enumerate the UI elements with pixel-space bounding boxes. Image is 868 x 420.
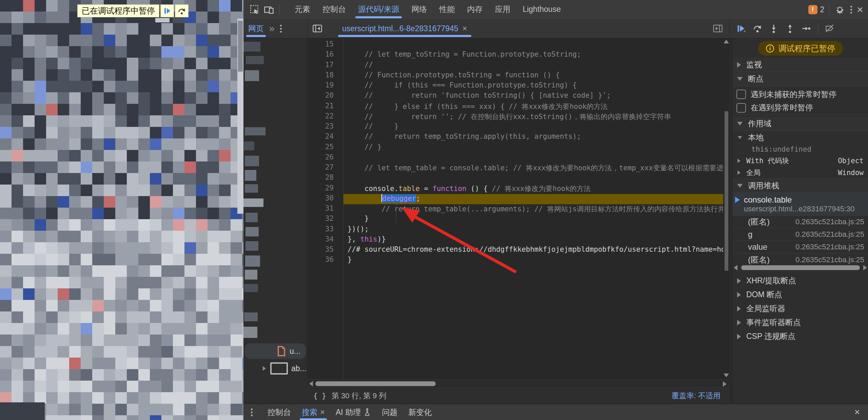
scope-local-row[interactable]: 本地 [732, 131, 868, 144]
drawer-tab-console[interactable]: 控制台 [262, 404, 296, 420]
tab-console[interactable]: 控制台 [316, 0, 352, 19]
line-number[interactable]: 22 [307, 112, 334, 122]
code-line-34[interactable]: }, this)} [343, 235, 723, 245]
line-number[interactable]: 30 [307, 194, 334, 204]
step-button[interactable] [802, 24, 811, 33]
line-number[interactable]: 18 [307, 71, 334, 81]
resume-script-button[interactable] [160, 4, 174, 17]
editor-horizontal-scrollbar[interactable] [307, 379, 729, 388]
tab-application[interactable]: 应用 [489, 0, 516, 19]
line-number[interactable]: 23 [307, 122, 334, 132]
scroll-right-icon[interactable] [863, 265, 867, 270]
tab-elements[interactable]: 元素 [289, 0, 316, 19]
editor-hscroll-thumb[interactable] [315, 381, 436, 386]
resume-script-button[interactable] [736, 24, 746, 33]
code-line-27[interactable]: // let temp_table = console.table; // 将x… [343, 163, 723, 173]
line-number[interactable]: 33 [307, 225, 334, 235]
scroll-right-icon[interactable] [723, 381, 727, 387]
line-number[interactable]: 21 [307, 102, 334, 112]
tab-memory[interactable]: 内存 [461, 0, 489, 19]
file-tree-item-frame[interactable]: ab... [243, 361, 307, 376]
sidebar-horizontal-scrollbar[interactable] [732, 263, 868, 272]
line-number[interactable]: 28 [307, 173, 334, 184]
line-number[interactable]: 25 [307, 143, 334, 153]
line-number[interactable]: 29 [307, 184, 334, 194]
close-icon[interactable]: × [320, 407, 325, 417]
editor-vscroll-thumb[interactable] [725, 111, 728, 271]
line-number[interactable]: 32 [307, 214, 334, 225]
chevron-right-icon[interactable] [263, 366, 266, 371]
step-over-button[interactable] [753, 24, 762, 33]
code-line-20[interactable]: // return 'function toString() { [native… [343, 91, 723, 101]
toggle-debugger-sidebar-button[interactable] [712, 23, 724, 34]
page-scrollbar[interactable] [237, 19, 243, 214]
code-line-36[interactable]: } [343, 255, 723, 266]
section-scope[interactable]: 作用域 [732, 117, 868, 131]
code-line-18[interactable]: // Function.prototype.toString = functio… [343, 71, 723, 81]
code-editor[interactable]: 1516171819202122232425262728293031323334… [307, 38, 729, 379]
code-line-16[interactable]: // let temp_toString = Function.prototyp… [343, 50, 723, 60]
line-number[interactable]: 36 [307, 255, 334, 266]
line-number[interactable]: 19 [307, 81, 334, 91]
settings-button[interactable] [834, 4, 846, 15]
pause-on-caught-checkbox[interactable] [736, 103, 746, 113]
line-number[interactable]: 15 [307, 40, 334, 50]
callstack-frame[interactable]: g 0.2635c521cba.js:25 [732, 228, 868, 241]
step-out-button[interactable] [785, 24, 795, 33]
code-line-35[interactable]: //# sourceURL=chrome-extension://dhdgffk… [343, 245, 723, 255]
code-line-30[interactable]: debugger; [343, 194, 723, 204]
code-line-15[interactable] [343, 40, 723, 50]
section-dom-breakpoints[interactable]: DOM 断点 [732, 288, 868, 302]
step-over-button[interactable] [175, 4, 189, 17]
toggle-navigator-button[interactable] [312, 23, 323, 34]
code-line-32[interactable]: } [343, 214, 723, 225]
drawer-tab-search[interactable]: 搜索 × [296, 404, 330, 420]
callstack-frame-active[interactable]: console.table userscript.html...e2831677… [732, 193, 868, 216]
code-line-21[interactable]: // } else if (this === xxx) { // 将xxx修改为… [343, 102, 723, 112]
line-number[interactable]: 24 [307, 132, 334, 142]
code-line-17[interactable]: // [343, 61, 723, 71]
file-tree-item-userscript[interactable]: u... [245, 343, 306, 359]
line-number[interactable]: 31 [307, 204, 334, 214]
device-toolbar-button[interactable] [263, 4, 275, 15]
close-devtools-button[interactable]: × [857, 4, 863, 15]
more-tabs-chevron-icon[interactable]: » [269, 23, 275, 34]
scroll-down-icon[interactable] [724, 374, 729, 377]
editor-vertical-scrollbar[interactable] [724, 38, 729, 379]
line-number[interactable]: 34 [307, 235, 334, 245]
tab-sources[interactable]: 源代码/来源 [352, 0, 405, 19]
pause-on-uncaught-row[interactable]: 遇到未捕获的异常时暂停 [732, 88, 868, 101]
scope-this-row[interactable]: this: undefined [732, 144, 868, 155]
drawer-tab-changes[interactable]: 新变化 [403, 404, 437, 420]
inspect-element-button[interactable] [249, 4, 260, 15]
sidebar-hscroll-thumb[interactable] [741, 265, 860, 270]
code-line-26[interactable] [343, 153, 723, 163]
more-options-button[interactable] [850, 6, 852, 14]
scroll-left-icon[interactable] [309, 381, 313, 386]
section-csp-violation-breakpoints[interactable]: CSP 违规断点 [732, 329, 868, 343]
line-number[interactable]: 17 [307, 61, 334, 71]
close-drawer-button[interactable]: × [854, 407, 860, 418]
line-number[interactable]: 26 [307, 153, 334, 163]
pause-on-uncaught-checkbox[interactable] [736, 90, 746, 99]
file-tab-userscript[interactable]: userscript.html...6-8e2831677945 × [337, 19, 472, 38]
section-xhr-breakpoints[interactable]: XHR/提取断点 [732, 274, 868, 288]
code-line-28[interactable] [343, 173, 723, 184]
navigator-tab-page[interactable]: 网页 [243, 19, 269, 38]
line-number[interactable]: 35 [307, 245, 334, 255]
navigator-menu-button[interactable] [280, 25, 282, 33]
drawer-tab-issues[interactable]: 问题 [376, 404, 403, 420]
close-icon[interactable]: × [462, 24, 467, 33]
tab-performance[interactable]: 性能 [433, 0, 461, 19]
callstack-frame[interactable]: value 0.2635c521cba.js:25 [732, 241, 868, 253]
deactivate-breakpoints-button[interactable] [825, 24, 834, 33]
tab-lighthouse[interactable]: Lighthouse [516, 0, 567, 19]
code-line-33[interactable]: })(); [343, 225, 723, 235]
code-line-22[interactable]: // return ''; // 在控制台执行xxx.toString()，将输… [343, 112, 723, 122]
step-into-button[interactable] [769, 24, 778, 33]
line-number[interactable]: 16 [307, 50, 334, 60]
issues-button[interactable]: ! 2 [808, 5, 825, 14]
tab-network[interactable]: 网络 [405, 0, 433, 19]
scope-with-row[interactable]: With 代码块 Object [732, 155, 868, 167]
code-line-24[interactable]: // return temp_toString.apply(this, argu… [343, 132, 723, 142]
